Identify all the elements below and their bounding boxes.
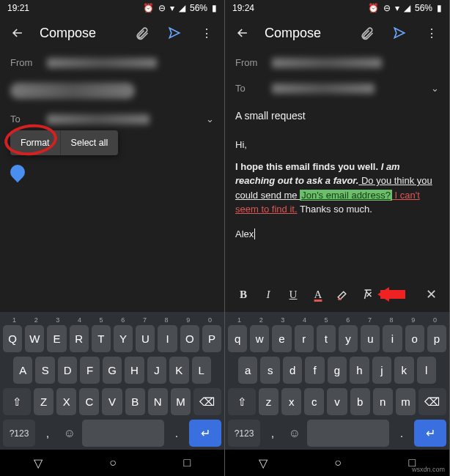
key-m[interactable]: M	[171, 388, 191, 415]
key-l[interactable]: l	[417, 357, 436, 384]
body-highlight: Jon's email address?	[300, 190, 392, 201]
back-icon[interactable]	[7, 26, 28, 40]
key-period[interactable]: .	[167, 420, 186, 447]
send-icon[interactable]	[389, 26, 410, 40]
key-l[interactable]: L	[192, 357, 211, 384]
to-field[interactable]: To ⌄	[225, 75, 449, 101]
key-y[interactable]: y	[339, 325, 358, 352]
key-symbols[interactable]: ?123	[228, 420, 260, 447]
key-a[interactable]: A	[13, 357, 32, 384]
key-p[interactable]: p	[427, 325, 446, 352]
key-b[interactable]: b	[350, 388, 370, 415]
key-e[interactable]: E	[47, 325, 66, 352]
send-icon[interactable]	[164, 26, 185, 40]
key-x[interactable]: x	[281, 388, 301, 415]
email-body[interactable]: Hi, I hope this email finds you well. I …	[225, 130, 449, 241]
subject-input[interactable]: A small request	[225, 101, 449, 130]
to-field[interactable]: To ⌄	[0, 106, 224, 132]
key-shift[interactable]: ⇧	[228, 388, 256, 415]
key-shift[interactable]: ⇧	[3, 388, 31, 415]
fmt-bold-button[interactable]: B	[232, 283, 254, 305]
key-r[interactable]: R	[70, 325, 89, 352]
from-field[interactable]: From	[225, 50, 449, 75]
key-h[interactable]: h	[350, 357, 369, 384]
key-j[interactable]: J	[147, 357, 166, 384]
nav-home-icon[interactable]: ○	[334, 456, 342, 469]
key-enter[interactable]: ↵	[189, 420, 221, 447]
key-emoji[interactable]: ☺	[285, 420, 304, 447]
key-u[interactable]: U	[136, 325, 155, 352]
more-icon[interactable]: ⋮	[421, 26, 442, 40]
key-j[interactable]: j	[372, 357, 391, 384]
ctx-select-all[interactable]: Select all	[61, 130, 119, 155]
key-enter[interactable]: ↵	[414, 420, 446, 447]
key-t[interactable]: t	[317, 325, 336, 352]
key-emoji[interactable]: ☺	[60, 420, 79, 447]
chevron-down-icon[interactable]: ⌄	[431, 83, 439, 94]
key-n[interactable]: n	[373, 388, 393, 415]
key-m[interactable]: m	[396, 388, 416, 415]
key-v[interactable]: v	[327, 388, 347, 415]
key-z[interactable]: Z	[34, 388, 54, 415]
key-f[interactable]: f	[305, 357, 324, 384]
nav-recents-icon[interactable]: □	[184, 456, 191, 469]
key-g[interactable]: G	[103, 357, 122, 384]
key-comma[interactable]: ,	[263, 420, 282, 447]
fmt-underline-button[interactable]: U	[282, 283, 304, 305]
attach-icon[interactable]	[357, 26, 377, 40]
key-o[interactable]: o	[405, 325, 424, 352]
key-g[interactable]: g	[328, 357, 347, 384]
key-d[interactable]: D	[58, 357, 77, 384]
key-a[interactable]: a	[238, 357, 257, 384]
key-c[interactable]: c	[304, 388, 324, 415]
key-u[interactable]: u	[361, 325, 380, 352]
key-backspace[interactable]: ⌫	[418, 388, 446, 415]
key-q[interactable]: Q	[3, 325, 22, 352]
key-c[interactable]: C	[79, 388, 99, 415]
key-z[interactable]: z	[259, 388, 279, 415]
key-w[interactable]: w	[250, 325, 269, 352]
from-field[interactable]: From	[0, 50, 224, 75]
fmt-italic-button[interactable]: I	[257, 283, 279, 305]
key-k[interactable]: K	[169, 357, 188, 384]
key-s[interactable]: s	[260, 357, 279, 384]
key-x[interactable]: X	[56, 388, 76, 415]
key-s[interactable]: S	[35, 357, 54, 384]
fmt-highlight-button[interactable]	[332, 283, 354, 305]
nav-back-icon[interactable]: ▽	[34, 456, 43, 470]
key-t[interactable]: T	[92, 325, 111, 352]
key-h[interactable]: H	[125, 357, 144, 384]
key-w[interactable]: W	[25, 325, 44, 352]
key-space[interactable]	[307, 420, 389, 447]
key-i[interactable]: i	[383, 325, 402, 352]
key-f[interactable]: F	[80, 357, 99, 384]
fmt-close-button[interactable]: ✕	[420, 286, 442, 302]
key-symbols[interactable]: ?123	[3, 420, 35, 447]
back-icon[interactable]	[232, 26, 253, 40]
body-area[interactable]	[0, 161, 224, 312]
key-comma[interactable]: ,	[38, 420, 57, 447]
nav-home-icon[interactable]: ○	[109, 456, 117, 469]
chevron-down-icon[interactable]: ⌄	[206, 114, 214, 124]
key-v[interactable]: V	[102, 388, 122, 415]
key-q[interactable]: q	[228, 325, 247, 352]
key-o[interactable]: O	[180, 325, 199, 352]
key-e[interactable]: e	[272, 325, 291, 352]
ctx-format[interactable]: Format	[10, 130, 61, 155]
nav-back-icon[interactable]: ▽	[259, 456, 268, 470]
fmt-textcolor-button[interactable]: A	[307, 283, 329, 305]
more-icon[interactable]: ⋮	[196, 26, 217, 40]
key-y[interactable]: Y	[114, 325, 133, 352]
key-backspace[interactable]: ⌫	[193, 388, 221, 415]
key-p[interactable]: P	[202, 325, 221, 352]
key-d[interactable]: d	[283, 357, 302, 384]
attach-icon[interactable]	[132, 26, 152, 40]
key-space[interactable]	[82, 420, 164, 447]
fmt-clear-button[interactable]	[357, 283, 379, 305]
key-k[interactable]: k	[394, 357, 413, 384]
key-i[interactable]: I	[158, 325, 177, 352]
key-period[interactable]: .	[392, 420, 411, 447]
key-b[interactable]: B	[125, 388, 145, 415]
key-n[interactable]: N	[148, 388, 168, 415]
key-r[interactable]: r	[295, 325, 314, 352]
